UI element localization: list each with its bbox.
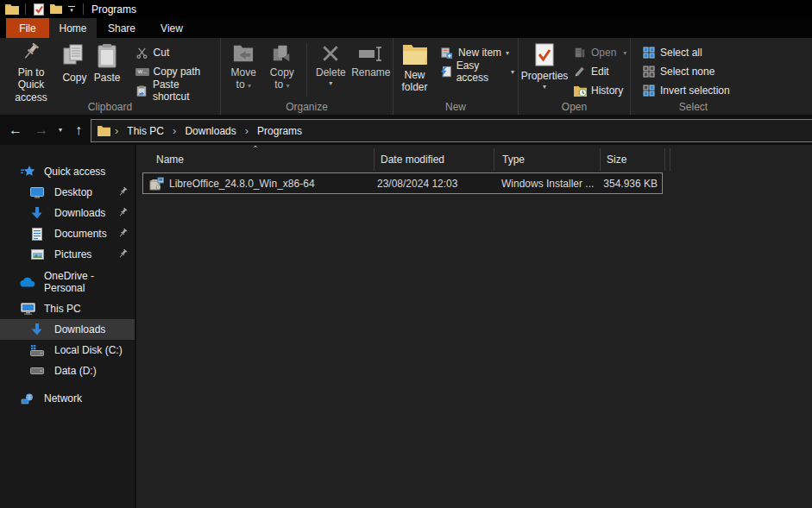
file-list-pane: Name ˆ Date modified Type Size <box>135 145 812 508</box>
forward-button[interactable]: → <box>30 115 53 145</box>
dropdown-caret: ▾ <box>248 82 251 90</box>
dropdown-caret: ▾ <box>506 49 509 57</box>
copy-to-button[interactable]: Copy to ▾ <box>263 41 302 103</box>
new-item-icon <box>439 47 455 60</box>
breadcrumb-downloads[interactable]: Downloads <box>177 120 243 141</box>
new-item-label: New item <box>458 47 501 59</box>
back-button[interactable]: ← <box>4 115 27 145</box>
pin-icon[interactable] <box>118 229 128 241</box>
tab-share[interactable]: Share <box>97 18 147 38</box>
sidebar-item-local-disk-c[interactable]: Local Disk (C:) <box>0 340 135 361</box>
onedrive-cloud-icon <box>19 277 36 287</box>
properties-icon <box>34 3 44 16</box>
ribbon-group-new: New folder New item ▾ Easy acce <box>393 38 519 115</box>
sidebar-item-onedrive[interactable]: OneDrive - Personal <box>0 272 135 292</box>
navigation-row: ← → ▾ ↑ › This PC › Downloads › Programs <box>0 115 812 145</box>
sidebar-item-downloads-qa[interactable]: Downloads <box>0 203 135 223</box>
ribbon: Pin to Quick access Copy <box>0 38 812 115</box>
tab-view[interactable]: View <box>147 18 197 38</box>
dropdown-caret: ▾ <box>543 84 546 90</box>
copy-button[interactable]: Copy <box>59 41 91 103</box>
column-label: Type <box>502 154 525 166</box>
qat-new-folder-button[interactable] <box>47 2 65 17</box>
history-label: History <box>591 85 623 97</box>
paste-shortcut-button[interactable]: Paste shortcut <box>131 81 220 100</box>
properties-button[interactable]: Properties ▾ <box>522 41 567 103</box>
breadcrumb-programs[interactable]: Programs <box>249 120 310 141</box>
select-all-button[interactable]: Select all <box>638 43 733 62</box>
qat-properties-button[interactable] <box>30 2 47 17</box>
column-header-type[interactable]: Type <box>494 148 601 171</box>
dropdown-caret: ▾ <box>511 68 514 76</box>
ribbon-filler <box>756 38 812 115</box>
up-button[interactable]: ↑ <box>67 115 90 145</box>
properties-label: Properties <box>521 70 569 82</box>
open-icon <box>572 47 588 59</box>
pin-to-quick-access-button[interactable]: Pin to Quick access <box>3 41 59 103</box>
column-header-size[interactable]: Size <box>601 148 665 171</box>
edit-button[interactable]: Edit <box>569 62 630 81</box>
titlebar: ▾ Programs <box>0 0 812 18</box>
paste-icon <box>97 43 117 69</box>
pin-icon[interactable] <box>118 208 128 220</box>
pin-icon[interactable] <box>118 249 128 261</box>
select-none-icon <box>641 66 657 78</box>
easy-access-button[interactable]: Easy access ▾ <box>436 62 518 81</box>
qat-customize-button[interactable]: ▾ <box>65 2 79 17</box>
invert-selection-label: Invert selection <box>660 85 730 97</box>
properties-icon <box>534 43 555 67</box>
new-folder-button[interactable]: New folder <box>397 41 432 103</box>
download-arrow-icon <box>28 207 46 219</box>
move-to-button[interactable]: Move to ▾ <box>224 41 263 103</box>
pictures-icon <box>28 249 46 260</box>
paste-shortcut-label: Paste shortcut <box>153 78 217 103</box>
sidebar-item-this-pc[interactable]: This PC <box>0 298 135 319</box>
delete-icon <box>321 43 340 64</box>
easy-access-icon <box>439 66 453 78</box>
paste-button[interactable]: Paste <box>91 41 124 103</box>
qat-separator <box>83 3 84 15</box>
invert-selection-button[interactable]: Invert selection <box>638 81 733 100</box>
recent-locations-button[interactable]: ▾ <box>54 115 67 145</box>
document-icon <box>28 228 46 241</box>
group-label-organize: Organize <box>221 101 393 113</box>
copy-path-icon: W... <box>135 68 150 76</box>
qat-separator <box>25 3 26 15</box>
sidebar-item-quick-access[interactable]: Quick access <box>0 161 135 182</box>
address-bar[interactable]: › This PC › Downloads › Programs <box>91 119 812 142</box>
explorer-window-icon <box>3 2 21 17</box>
cut-button[interactable]: Cut <box>131 43 220 62</box>
history-button[interactable]: History <box>569 81 630 100</box>
sidebar-item-downloads-thispc[interactable]: Downloads <box>0 319 135 340</box>
quick-access-icon <box>19 166 36 178</box>
group-label-select: Select <box>631 101 756 113</box>
pin-icon[interactable] <box>118 187 128 199</box>
sidebar-item-data-d[interactable]: Data (D:) <box>0 361 135 381</box>
pin-to-quick-access-label: Pin to Quick access <box>3 66 59 103</box>
open-button[interactable]: Open ▾ <box>569 43 630 62</box>
open-label: Open <box>591 47 616 59</box>
rename-icon <box>358 43 384 64</box>
paste-label: Paste <box>94 72 121 84</box>
column-header-date-modified[interactable]: Date modified <box>375 148 494 171</box>
ribbon-group-clipboard: Pin to Quick access Copy <box>0 38 221 115</box>
ribbon-group-open: Properties ▾ Open ▾ E <box>519 38 631 115</box>
column-label: Size <box>607 154 626 166</box>
folder-icon <box>50 4 62 14</box>
copy-label: Copy <box>62 72 86 84</box>
tab-home[interactable]: Home <box>49 18 97 38</box>
sidebar-item-pictures[interactable]: Pictures <box>0 244 135 265</box>
group-label-clipboard: Clipboard <box>0 101 220 113</box>
sidebar-item-desktop[interactable]: Desktop <box>0 182 135 203</box>
select-none-button[interactable]: Select none <box>638 62 733 81</box>
column-header-name[interactable]: Name ˆ <box>136 148 375 171</box>
easy-access-label: Easy access <box>456 60 507 84</box>
sidebar-item-network[interactable]: Network <box>0 388 135 409</box>
file-row-libreoffice-installer[interactable]: LibreOffice_24.8.0_Win_x86-64 23/08/2024… <box>142 172 663 194</box>
delete-button[interactable]: Delete ▾ <box>312 41 349 103</box>
breadcrumb-this-pc[interactable]: This PC <box>119 120 172 141</box>
sidebar-item-documents[interactable]: Documents <box>0 223 135 244</box>
rename-button[interactable]: Rename <box>349 41 393 103</box>
tab-file[interactable]: File <box>6 18 49 38</box>
download-arrow-icon <box>28 323 46 336</box>
